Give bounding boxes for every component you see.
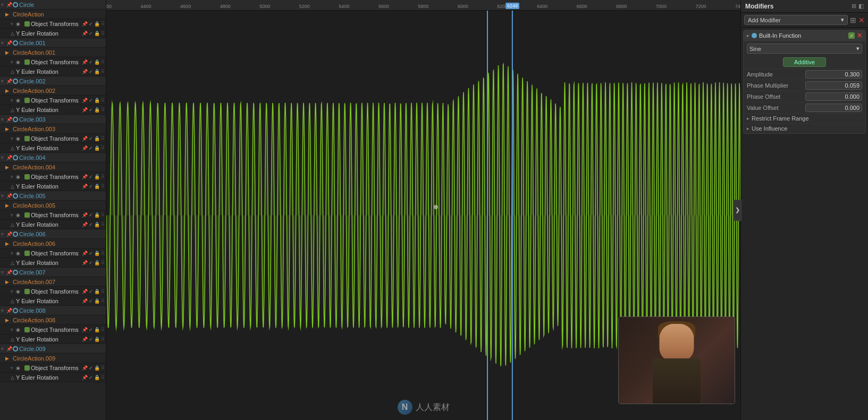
- expand-arrow[interactable]: ▿: [1, 79, 6, 84]
- expand-arrow[interactable]: ▿: [11, 174, 16, 179]
- tree-item-8[interactable]: ▿ 📌 Circle.002: [0, 76, 106, 86]
- tree-item-17[interactable]: ▶ CircleAction.004: [0, 162, 106, 172]
- expand-arrow[interactable]: ▿: [11, 212, 16, 218]
- pin-ctrl[interactable]: 📌: [82, 260, 88, 265]
- expand-arrow[interactable]: ▿: [1, 346, 6, 352]
- lock-ctrl[interactable]: 🔒: [94, 107, 100, 113]
- tree-item-35[interactable]: △ Y Euler Rotation 📌 ✓ 🔒 ⠿: [0, 335, 106, 344]
- tree-item-2[interactable]: ▿ ◉ Object Transforms 📌 ✓ 🔒 ⠿: [0, 19, 106, 29]
- tree-item-27[interactable]: △ Y Euler Rotation 📌 ✓ 🔒 ⠿: [0, 258, 106, 268]
- modifier-enable-checkbox[interactable]: ✓: [848, 32, 855, 39]
- param-value-0[interactable]: 0.300: [805, 70, 862, 79]
- lock-ctrl[interactable]: 🔒: [94, 212, 100, 218]
- lock-ctrl[interactable]: 🔒: [94, 327, 100, 332]
- pin-ctrl[interactable]: 📌: [82, 184, 88, 189]
- tree-item-9[interactable]: ▶ CircleAction.002: [0, 86, 106, 96]
- lock-ctrl[interactable]: 🔒: [94, 174, 100, 179]
- panel-icon-1[interactable]: ⊞: [852, 3, 856, 10]
- lock-ctrl[interactable]: 🔒: [94, 260, 100, 265]
- expand-arrow[interactable]: ▿: [1, 40, 6, 46]
- check-ctrl[interactable]: ✓: [89, 59, 93, 65]
- pin-ctrl[interactable]: 📌: [82, 212, 88, 218]
- pin-ctrl[interactable]: 📌: [82, 251, 88, 256]
- tree-item-22[interactable]: ▿ ◉ Object Transforms 📌 ✓ 🔒 ⠿: [0, 210, 106, 220]
- tree-item-30[interactable]: ▿ ◉ Object Transforms 📌 ✓ 🔒 ⠿: [0, 287, 106, 296]
- lock-ctrl[interactable]: 🔒: [94, 59, 100, 65]
- render-icon[interactable]: [24, 289, 30, 294]
- tree-item-28[interactable]: ▿ 📌 Circle.007: [0, 268, 106, 277]
- tree-item-36[interactable]: ▿ 📌 Circle.009: [0, 344, 106, 354]
- lock-ctrl[interactable]: 🔒: [94, 365, 100, 371]
- check-ctrl[interactable]: ✓: [89, 260, 93, 265]
- eye-icon[interactable]: ◉: [16, 21, 23, 27]
- section-row-1[interactable]: ▸ Use Influence: [744, 123, 865, 133]
- render-icon[interactable]: [24, 327, 30, 332]
- render-icon[interactable]: [24, 365, 30, 371]
- tree-item-18[interactable]: ▿ ◉ Object Transforms 📌 ✓ 🔒 ⠿: [0, 172, 106, 182]
- lock-ctrl[interactable]: 🔒: [94, 375, 100, 380]
- lock-ctrl[interactable]: 🔒: [94, 337, 100, 342]
- modifier-remove-button[interactable]: ✕: [857, 32, 862, 39]
- tree-item-31[interactable]: △ Y Euler Rotation 📌 ✓ 🔒 ⠿: [0, 296, 106, 306]
- eye-icon[interactable]: ◉: [16, 327, 23, 332]
- modifier-expand-arrow[interactable]: ▸: [747, 33, 749, 38]
- lock-ctrl[interactable]: 🔒: [94, 98, 100, 103]
- tree-item-25[interactable]: ▶ CircleAction.006: [0, 239, 106, 248]
- render-icon[interactable]: [24, 212, 30, 218]
- add-modifier-icon-1[interactable]: ⊞: [850, 16, 856, 24]
- expand-arrow[interactable]: ▿: [11, 136, 16, 141]
- check-ctrl[interactable]: ✓: [89, 212, 93, 218]
- tree-item-3[interactable]: △ Y Euler Rotation 📌 ✓ 🔒 ⠿: [0, 29, 106, 38]
- param-value-2[interactable]: 0.000: [805, 92, 862, 101]
- check-ctrl[interactable]: ✓: [89, 136, 93, 141]
- tree-item-15[interactable]: △ Y Euler Rotation 📌 ✓ 🔒 ⠿: [0, 143, 106, 153]
- pin-ctrl[interactable]: 📌: [82, 222, 88, 227]
- tree-item-4[interactable]: ▿ 📌 Circle.001: [0, 38, 106, 48]
- add-modifier-icon-2[interactable]: ✕: [858, 16, 865, 24]
- check-ctrl[interactable]: ✓: [89, 107, 93, 113]
- collapse-right-panel-button[interactable]: ❯: [733, 200, 741, 221]
- check-ctrl[interactable]: ✓: [89, 251, 93, 256]
- tree-item-11[interactable]: △ Y Euler Rotation 📌 ✓ 🔒 ⠿: [0, 105, 106, 115]
- expand-arrow[interactable]: ▿: [1, 232, 6, 237]
- pin-ctrl[interactable]: 📌: [82, 98, 88, 103]
- render-icon[interactable]: [24, 59, 30, 65]
- pin-ctrl[interactable]: 📌: [82, 174, 88, 179]
- additive-badge[interactable]: Additive: [783, 57, 826, 67]
- lock-ctrl[interactable]: 🔒: [94, 251, 100, 256]
- pin-ctrl[interactable]: 📌: [82, 375, 88, 380]
- check-ctrl[interactable]: ✓: [89, 31, 93, 36]
- render-icon[interactable]: [24, 174, 30, 179]
- pin-ctrl[interactable]: 📌: [82, 365, 88, 371]
- lock-ctrl[interactable]: 🔒: [94, 184, 100, 189]
- pin-ctrl[interactable]: 📌: [82, 107, 88, 113]
- pin-ctrl[interactable]: 📌: [82, 31, 88, 36]
- render-icon[interactable]: [24, 136, 30, 141]
- tree-item-26[interactable]: ▿ ◉ Object Transforms 📌 ✓ 🔒 ⠿: [0, 248, 106, 258]
- tree-item-14[interactable]: ▿ ◉ Object Transforms 📌 ✓ 🔒 ⠿: [0, 134, 106, 143]
- lock-ctrl[interactable]: 🔒: [94, 289, 100, 294]
- render-icon[interactable]: [24, 251, 30, 256]
- lock-ctrl[interactable]: 🔒: [94, 31, 100, 36]
- tree-item-29[interactable]: ▶ CircleAction.007: [0, 277, 106, 287]
- pin-ctrl[interactable]: 📌: [82, 69, 88, 74]
- tree-item-1[interactable]: ▶ CircleAction: [0, 10, 106, 19]
- lock-ctrl[interactable]: 🔒: [94, 69, 100, 74]
- render-icon[interactable]: [24, 98, 30, 103]
- expand-arrow[interactable]: ▿: [11, 21, 16, 27]
- tree-item-34[interactable]: ▿ ◉ Object Transforms 📌 ✓ 🔒 ⠿: [0, 325, 106, 335]
- expand-arrow[interactable]: ▿: [11, 365, 16, 371]
- lock-ctrl[interactable]: 🔒: [94, 145, 100, 151]
- tree-item-10[interactable]: ▿ ◉ Object Transforms 📌 ✓ 🔒 ⠿: [0, 96, 106, 105]
- expand-arrow[interactable]: ▿: [11, 59, 16, 65]
- lock-ctrl[interactable]: 🔒: [94, 222, 100, 227]
- pin-ctrl[interactable]: 📌: [82, 327, 88, 332]
- tree-item-0[interactable]: ▿ 📌 Circle: [0, 0, 106, 10]
- check-ctrl[interactable]: ✓: [89, 337, 93, 342]
- pin-ctrl[interactable]: 📌: [82, 59, 88, 65]
- pin-ctrl[interactable]: 📌: [82, 136, 88, 141]
- check-ctrl[interactable]: ✓: [89, 98, 93, 103]
- tree-item-38[interactable]: ▿ ◉ Object Transforms 📌 ✓ 🔒 ⠿: [0, 363, 106, 373]
- pin-ctrl[interactable]: 📌: [82, 21, 88, 27]
- expand-arrow[interactable]: ▿: [11, 327, 16, 332]
